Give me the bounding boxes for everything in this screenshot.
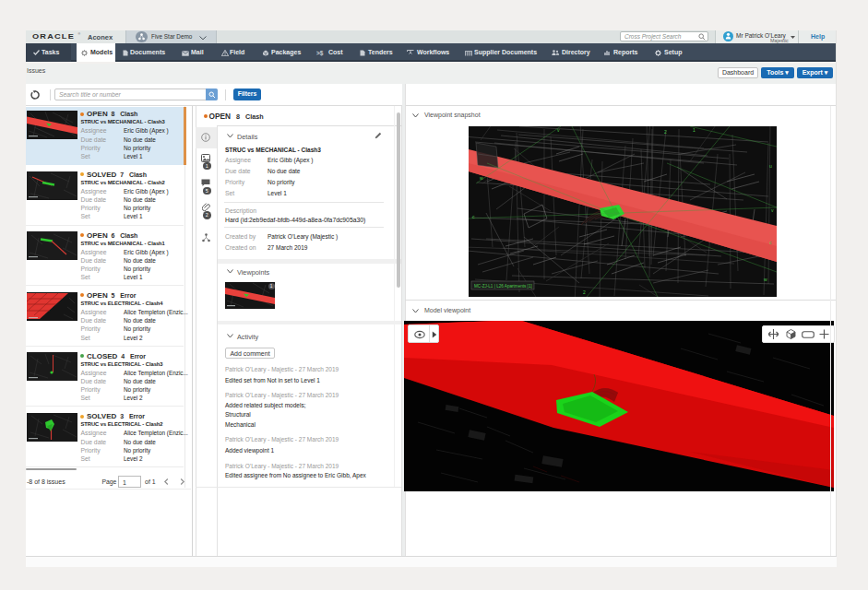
svg-text:1: 1 — [693, 127, 696, 133]
svg-text:w: w — [764, 277, 767, 282]
svg-text:2: 2 — [664, 129, 667, 135]
svg-text:2: 2 — [583, 289, 586, 295]
svg-text:u: u — [769, 163, 772, 169]
svg-text:w: w — [480, 175, 483, 181]
svg-text:MC-ZJ-L1 | L26 Apartments [1]: MC-ZJ-L1 | L26 Apartments [1] — [474, 284, 532, 289]
